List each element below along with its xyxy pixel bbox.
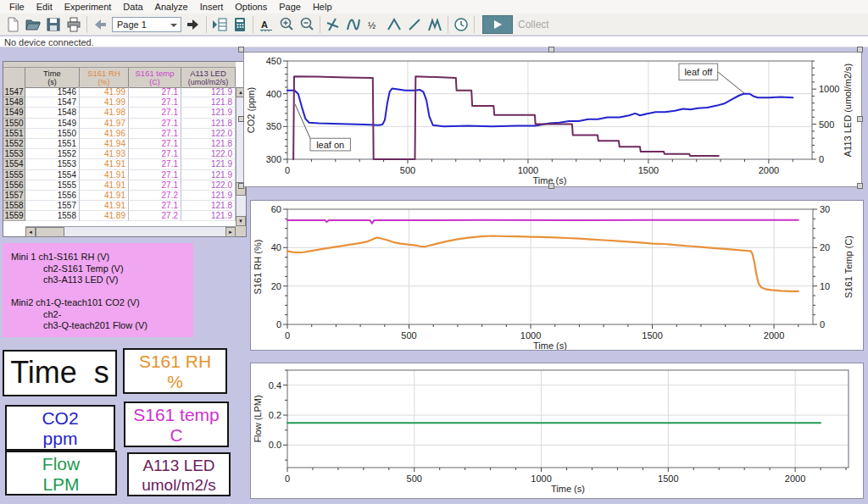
data-cell[interactable]: 122.0 <box>181 180 236 191</box>
data-cell[interactable]: 1548 <box>25 108 80 118</box>
selection-handle[interactable] <box>238 116 244 122</box>
scroll-left-arrow-icon[interactable]: ◄ <box>25 227 36 237</box>
table-row[interactable]: 1553155241.9327.1122.0 <box>3 149 236 159</box>
data-cell[interactable]: 41.99 <box>80 87 129 97</box>
data-cell[interactable]: 1550 <box>25 129 80 139</box>
menu-options[interactable]: Options <box>229 2 273 12</box>
data-cell[interactable]: 121.8 <box>181 97 236 108</box>
next-page-button[interactable] <box>183 15 203 34</box>
calculator-button[interactable] <box>230 15 250 34</box>
led-label-box[interactable]: A113 LEDumol/m2/s <box>127 452 231 496</box>
data-cell[interactable]: 1554 <box>25 170 80 180</box>
data-cell[interactable]: 41.89 <box>80 211 129 221</box>
collect-button[interactable] <box>482 15 513 34</box>
rh-label-box[interactable]: S161 RH% <box>123 348 227 394</box>
rh-temp-graph-panel[interactable]: 050010001500200002040600102030Time (s)S1… <box>250 200 864 351</box>
temp-label-box[interactable]: S161 tempC <box>124 402 229 447</box>
data-cell[interactable]: 1556 <box>25 191 80 201</box>
menu-insert[interactable]: Insert <box>194 2 230 12</box>
data-cell[interactable]: 41.91 <box>80 159 129 169</box>
selection-handle[interactable] <box>548 183 554 189</box>
statistics-button[interactable] <box>425 15 445 34</box>
selection-handle[interactable] <box>857 183 863 189</box>
table-row[interactable]: 1556155541.9127.1122.0 <box>3 180 236 191</box>
data-cell[interactable]: 1547 <box>25 97 80 108</box>
selection-handle[interactable] <box>238 47 244 53</box>
tangent-fit-button[interactable] <box>343 15 364 34</box>
data-cell[interactable]: 27.1 <box>129 139 181 149</box>
table-row[interactable]: 1555155441.9127.1121.9 <box>3 170 236 180</box>
open-file-button[interactable] <box>23 15 43 34</box>
data-cell[interactable]: 41.91 <box>80 180 129 191</box>
data-cell[interactable]: 121.8 <box>181 119 236 129</box>
horizontal-scroll-thumb[interactable] <box>36 227 64 237</box>
column-header[interactable]: S161 RH(%) <box>80 68 129 88</box>
column-header[interactable] <box>3 68 25 88</box>
data-cell[interactable]: 41.97 <box>80 119 129 129</box>
data-cell[interactable]: 27.2 <box>129 191 181 201</box>
row-number-cell[interactable]: 1549 <box>3 108 25 118</box>
menu-analyze[interactable]: Analyze <box>149 2 194 12</box>
data-cell[interactable]: 27.2 <box>129 211 181 221</box>
selection-handle[interactable] <box>548 47 554 53</box>
save-button[interactable] <box>43 15 64 34</box>
data-cell[interactable]: 27.1 <box>129 97 181 108</box>
data-cell[interactable]: 41.91 <box>80 170 129 180</box>
linear-fit-button[interactable] <box>404 15 425 34</box>
data-cell[interactable]: 121.9 <box>181 211 236 221</box>
data-cell[interactable]: 121.9 <box>181 170 236 180</box>
data-cell[interactable]: 121.9 <box>181 191 236 201</box>
data-cell[interactable]: 121.8 <box>181 201 236 211</box>
data-cell[interactable]: 122.0 <box>181 129 236 139</box>
scroll-right-arrow-icon[interactable]: ► <box>225 227 236 237</box>
table-horizontal-scrollbar[interactable]: ◄ ► <box>25 226 236 236</box>
page-dropdown[interactable]: Page 1 <box>112 17 181 32</box>
channel-annotation-box[interactable]: Mini 1 ch1-S161 RH (V)ch2-S161 Temp (V)c… <box>3 243 193 337</box>
rh-temp-graph[interactable]: 050010001500200002040600102030Time (s)S1… <box>251 201 863 350</box>
data-cell[interactable]: 27.1 <box>129 149 181 159</box>
data-cell[interactable]: 1557 <box>25 201 80 211</box>
row-number-cell[interactable]: 1547 <box>3 87 25 97</box>
zoom-out-button[interactable] <box>297 15 317 34</box>
time-label-box[interactable]: Time s <box>3 350 117 396</box>
menu-data[interactable]: Data <box>117 2 148 12</box>
table-row[interactable]: 1558155741.9127.1121.8 <box>3 201 236 211</box>
fraction-half-button[interactable]: ½ <box>364 15 384 34</box>
data-cell[interactable]: 41.91 <box>80 201 129 211</box>
data-cell[interactable]: 27.1 <box>129 180 181 191</box>
data-cell[interactable]: 41.91 <box>80 191 129 201</box>
table-row[interactable]: 1552155141.9427.1121.8 <box>3 139 236 149</box>
data-cell[interactable]: 41.99 <box>80 97 129 108</box>
menu-file[interactable]: File <box>3 2 31 12</box>
data-cell[interactable]: 27.1 <box>129 129 181 139</box>
new-file-button[interactable] <box>3 15 23 34</box>
data-cell[interactable]: 27.1 <box>129 119 181 129</box>
column-header[interactable]: Time(s) <box>25 68 80 88</box>
data-cell[interactable]: 1552 <box>25 149 80 159</box>
table-row[interactable]: 1559155841.8927.2121.9 <box>3 211 236 221</box>
data-cell[interactable]: 121.9 <box>181 87 236 97</box>
data-cell[interactable]: 27.1 <box>129 108 181 118</box>
co2-label-box[interactable]: CO2ppm <box>5 405 115 451</box>
selection-handle[interactable] <box>857 116 863 122</box>
row-number-cell[interactable]: 1554 <box>3 159 25 169</box>
data-cell[interactable]: 121.9 <box>181 108 236 118</box>
table-row[interactable]: 1548154741.9927.1121.8 <box>3 97 236 108</box>
column-header[interactable]: A113 LED(umol/m2/s) <box>181 68 236 88</box>
row-number-cell[interactable]: 1550 <box>3 119 25 129</box>
data-cell[interactable]: 41.96 <box>80 129 129 139</box>
data-cell[interactable]: 1555 <box>25 180 80 191</box>
selection-handle[interactable] <box>238 183 244 189</box>
data-cell[interactable]: 1551 <box>25 139 80 149</box>
selection-handle[interactable] <box>857 47 863 53</box>
row-number-cell[interactable]: 1551 <box>3 129 25 139</box>
row-number-cell[interactable]: 1556 <box>3 180 25 191</box>
scroll-down-arrow-icon[interactable]: ▼ <box>236 216 246 226</box>
table-row[interactable]: 1557155641.9127.2121.9 <box>3 191 236 201</box>
data-table-button[interactable] <box>209 15 230 34</box>
row-number-cell[interactable]: 1552 <box>3 139 25 149</box>
column-header[interactable]: S161 temp(C) <box>129 68 181 88</box>
data-cell[interactable]: 27.1 <box>129 87 181 97</box>
data-cell[interactable]: 41.98 <box>80 108 129 118</box>
row-number-cell[interactable]: 1555 <box>3 170 25 180</box>
